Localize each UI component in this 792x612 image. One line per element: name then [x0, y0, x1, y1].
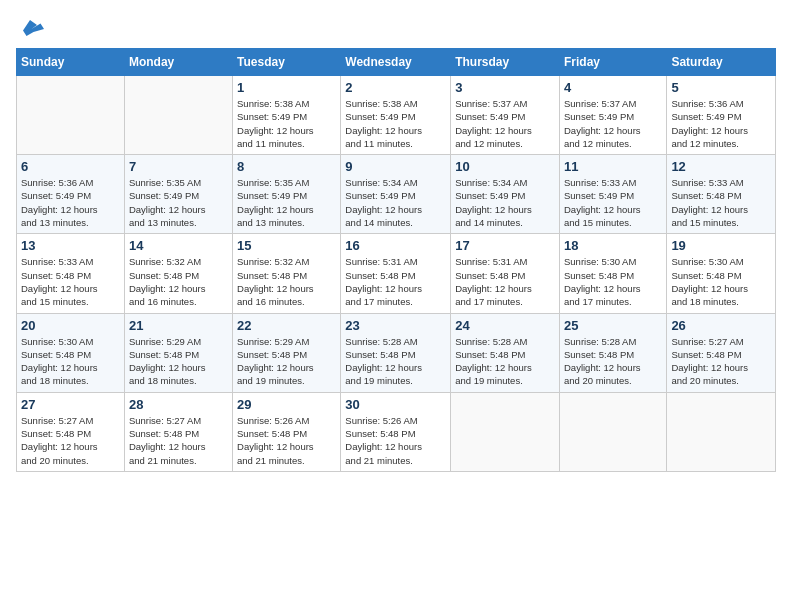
day-info: Sunrise: 5:36 AMSunset: 5:49 PMDaylight:…: [671, 97, 771, 150]
day-number: 13: [21, 238, 120, 253]
calendar-day-cell: 21Sunrise: 5:29 AMSunset: 5:48 PMDayligh…: [124, 313, 232, 392]
calendar-day-cell: 11Sunrise: 5:33 AMSunset: 5:49 PMDayligh…: [559, 155, 666, 234]
calendar-day-cell: 15Sunrise: 5:32 AMSunset: 5:48 PMDayligh…: [233, 234, 341, 313]
day-info: Sunrise: 5:30 AMSunset: 5:48 PMDaylight:…: [564, 255, 662, 308]
day-info: Sunrise: 5:37 AMSunset: 5:49 PMDaylight:…: [455, 97, 555, 150]
calendar-header-row: SundayMondayTuesdayWednesdayThursdayFrid…: [17, 49, 776, 76]
calendar-day-cell: 20Sunrise: 5:30 AMSunset: 5:48 PMDayligh…: [17, 313, 125, 392]
weekday-header: Thursday: [451, 49, 560, 76]
day-number: 22: [237, 318, 336, 333]
day-info: Sunrise: 5:33 AMSunset: 5:48 PMDaylight:…: [671, 176, 771, 229]
weekday-header: Wednesday: [341, 49, 451, 76]
calendar-day-cell: 23Sunrise: 5:28 AMSunset: 5:48 PMDayligh…: [341, 313, 451, 392]
calendar-day-cell: [667, 392, 776, 471]
day-number: 30: [345, 397, 446, 412]
day-number: 28: [129, 397, 228, 412]
calendar-day-cell: 25Sunrise: 5:28 AMSunset: 5:48 PMDayligh…: [559, 313, 666, 392]
day-number: 18: [564, 238, 662, 253]
day-info: Sunrise: 5:27 AMSunset: 5:48 PMDaylight:…: [21, 414, 120, 467]
day-info: Sunrise: 5:32 AMSunset: 5:48 PMDaylight:…: [129, 255, 228, 308]
calendar-day-cell: 12Sunrise: 5:33 AMSunset: 5:48 PMDayligh…: [667, 155, 776, 234]
day-number: 12: [671, 159, 771, 174]
day-info: Sunrise: 5:29 AMSunset: 5:48 PMDaylight:…: [129, 335, 228, 388]
calendar-day-cell: 18Sunrise: 5:30 AMSunset: 5:48 PMDayligh…: [559, 234, 666, 313]
calendar-day-cell: 1Sunrise: 5:38 AMSunset: 5:49 PMDaylight…: [233, 76, 341, 155]
logo: [16, 16, 48, 38]
day-number: 9: [345, 159, 446, 174]
calendar-day-cell: [124, 76, 232, 155]
day-number: 27: [21, 397, 120, 412]
day-number: 23: [345, 318, 446, 333]
day-info: Sunrise: 5:27 AMSunset: 5:48 PMDaylight:…: [671, 335, 771, 388]
weekday-header: Friday: [559, 49, 666, 76]
calendar-table: SundayMondayTuesdayWednesdayThursdayFrid…: [16, 48, 776, 472]
day-info: Sunrise: 5:31 AMSunset: 5:48 PMDaylight:…: [455, 255, 555, 308]
day-number: 25: [564, 318, 662, 333]
calendar-day-cell: 16Sunrise: 5:31 AMSunset: 5:48 PMDayligh…: [341, 234, 451, 313]
day-number: 21: [129, 318, 228, 333]
day-number: 24: [455, 318, 555, 333]
calendar-day-cell: 9Sunrise: 5:34 AMSunset: 5:49 PMDaylight…: [341, 155, 451, 234]
calendar-week-row: 6Sunrise: 5:36 AMSunset: 5:49 PMDaylight…: [17, 155, 776, 234]
calendar-day-cell: 14Sunrise: 5:32 AMSunset: 5:48 PMDayligh…: [124, 234, 232, 313]
logo-icon: [16, 16, 44, 38]
day-number: 17: [455, 238, 555, 253]
day-info: Sunrise: 5:31 AMSunset: 5:48 PMDaylight:…: [345, 255, 446, 308]
calendar-day-cell: 8Sunrise: 5:35 AMSunset: 5:49 PMDaylight…: [233, 155, 341, 234]
day-info: Sunrise: 5:30 AMSunset: 5:48 PMDaylight:…: [21, 335, 120, 388]
calendar-day-cell: 19Sunrise: 5:30 AMSunset: 5:48 PMDayligh…: [667, 234, 776, 313]
day-info: Sunrise: 5:28 AMSunset: 5:48 PMDaylight:…: [455, 335, 555, 388]
calendar-week-row: 27Sunrise: 5:27 AMSunset: 5:48 PMDayligh…: [17, 392, 776, 471]
day-info: Sunrise: 5:33 AMSunset: 5:49 PMDaylight:…: [564, 176, 662, 229]
day-info: Sunrise: 5:29 AMSunset: 5:48 PMDaylight:…: [237, 335, 336, 388]
calendar-day-cell: 3Sunrise: 5:37 AMSunset: 5:49 PMDaylight…: [451, 76, 560, 155]
calendar-day-cell: 30Sunrise: 5:26 AMSunset: 5:48 PMDayligh…: [341, 392, 451, 471]
calendar-day-cell: 13Sunrise: 5:33 AMSunset: 5:48 PMDayligh…: [17, 234, 125, 313]
day-number: 7: [129, 159, 228, 174]
calendar-week-row: 1Sunrise: 5:38 AMSunset: 5:49 PMDaylight…: [17, 76, 776, 155]
day-info: Sunrise: 5:30 AMSunset: 5:48 PMDaylight:…: [671, 255, 771, 308]
day-info: Sunrise: 5:38 AMSunset: 5:49 PMDaylight:…: [345, 97, 446, 150]
calendar-day-cell: 2Sunrise: 5:38 AMSunset: 5:49 PMDaylight…: [341, 76, 451, 155]
calendar-day-cell: 7Sunrise: 5:35 AMSunset: 5:49 PMDaylight…: [124, 155, 232, 234]
day-number: 15: [237, 238, 336, 253]
day-number: 26: [671, 318, 771, 333]
calendar-week-row: 20Sunrise: 5:30 AMSunset: 5:48 PMDayligh…: [17, 313, 776, 392]
calendar-week-row: 13Sunrise: 5:33 AMSunset: 5:48 PMDayligh…: [17, 234, 776, 313]
day-info: Sunrise: 5:26 AMSunset: 5:48 PMDaylight:…: [237, 414, 336, 467]
calendar-day-cell: [451, 392, 560, 471]
day-info: Sunrise: 5:26 AMSunset: 5:48 PMDaylight:…: [345, 414, 446, 467]
day-info: Sunrise: 5:38 AMSunset: 5:49 PMDaylight:…: [237, 97, 336, 150]
day-info: Sunrise: 5:33 AMSunset: 5:48 PMDaylight:…: [21, 255, 120, 308]
day-info: Sunrise: 5:34 AMSunset: 5:49 PMDaylight:…: [455, 176, 555, 229]
weekday-header: Tuesday: [233, 49, 341, 76]
calendar-day-cell: [559, 392, 666, 471]
day-info: Sunrise: 5:28 AMSunset: 5:48 PMDaylight:…: [345, 335, 446, 388]
calendar-day-cell: 17Sunrise: 5:31 AMSunset: 5:48 PMDayligh…: [451, 234, 560, 313]
day-info: Sunrise: 5:32 AMSunset: 5:48 PMDaylight:…: [237, 255, 336, 308]
weekday-header: Monday: [124, 49, 232, 76]
calendar-day-cell: 24Sunrise: 5:28 AMSunset: 5:48 PMDayligh…: [451, 313, 560, 392]
day-number: 16: [345, 238, 446, 253]
day-info: Sunrise: 5:34 AMSunset: 5:49 PMDaylight:…: [345, 176, 446, 229]
day-info: Sunrise: 5:27 AMSunset: 5:48 PMDaylight:…: [129, 414, 228, 467]
day-number: 14: [129, 238, 228, 253]
day-info: Sunrise: 5:36 AMSunset: 5:49 PMDaylight:…: [21, 176, 120, 229]
calendar-day-cell: 5Sunrise: 5:36 AMSunset: 5:49 PMDaylight…: [667, 76, 776, 155]
day-number: 20: [21, 318, 120, 333]
day-number: 8: [237, 159, 336, 174]
calendar-day-cell: 26Sunrise: 5:27 AMSunset: 5:48 PMDayligh…: [667, 313, 776, 392]
calendar-day-cell: 28Sunrise: 5:27 AMSunset: 5:48 PMDayligh…: [124, 392, 232, 471]
day-info: Sunrise: 5:28 AMSunset: 5:48 PMDaylight:…: [564, 335, 662, 388]
day-info: Sunrise: 5:35 AMSunset: 5:49 PMDaylight:…: [237, 176, 336, 229]
header: [16, 16, 776, 38]
calendar-day-cell: 29Sunrise: 5:26 AMSunset: 5:48 PMDayligh…: [233, 392, 341, 471]
day-number: 2: [345, 80, 446, 95]
calendar-day-cell: 27Sunrise: 5:27 AMSunset: 5:48 PMDayligh…: [17, 392, 125, 471]
day-number: 10: [455, 159, 555, 174]
calendar-day-cell: 4Sunrise: 5:37 AMSunset: 5:49 PMDaylight…: [559, 76, 666, 155]
calendar-day-cell: 10Sunrise: 5:34 AMSunset: 5:49 PMDayligh…: [451, 155, 560, 234]
calendar-day-cell: [17, 76, 125, 155]
weekday-header: Saturday: [667, 49, 776, 76]
day-number: 19: [671, 238, 771, 253]
